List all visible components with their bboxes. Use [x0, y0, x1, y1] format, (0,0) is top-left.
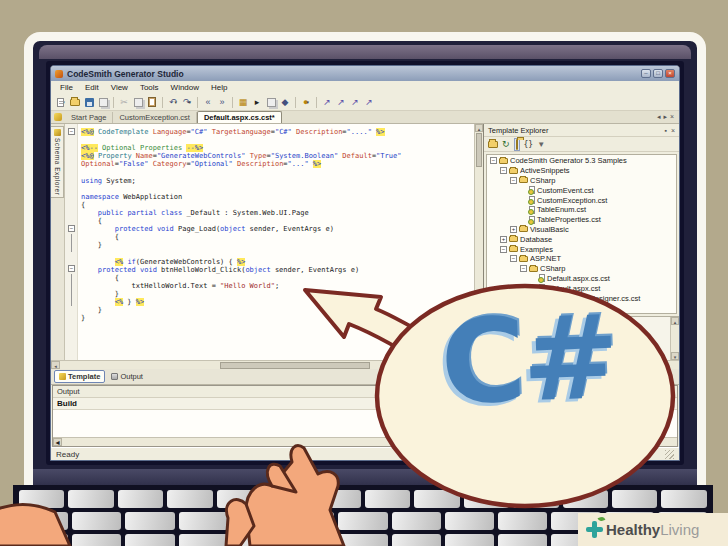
- open-folder-icon[interactable]: [488, 141, 498, 148]
- code-line: }: [81, 314, 472, 322]
- tree-item[interactable]: +Database: [487, 234, 676, 244]
- scroll-down-icon[interactable]: ▾: [671, 352, 679, 360]
- scroll-left-icon[interactable]: ◂: [53, 438, 62, 446]
- filter-icon[interactable]: ▼: [537, 140, 545, 149]
- schema-explorer-tab[interactable]: Schema Explorer: [51, 126, 64, 198]
- tree-item[interactable]: −CSharp: [487, 264, 676, 274]
- tree-item[interactable]: −CSharp: [487, 176, 676, 186]
- tab-template[interactable]: Template: [54, 370, 105, 383]
- tree-item[interactable]: −CodeSmith Generator 5.3 Samples: [487, 156, 676, 166]
- left-dock-strip: Schema Explorer: [51, 124, 65, 360]
- toolbar-separator: [162, 97, 163, 108]
- window-titlebar[interactable]: CodeSmith Generator Studio ‒□×: [51, 66, 679, 81]
- cut-icon[interactable]: ✂: [118, 96, 130, 108]
- tree-item[interactable]: CustomException.cst: [487, 195, 676, 205]
- menu-view[interactable]: View: [105, 83, 134, 92]
- open-file-glyph: [70, 99, 80, 106]
- view-code-icon[interactable]: ◆: [279, 96, 291, 108]
- outline-collapse-box[interactable]: −: [68, 225, 75, 232]
- sync-icon[interactable]: ↻: [502, 139, 510, 149]
- tab-output[interactable]: Output: [107, 371, 147, 382]
- minimize-button[interactable]: ‒: [641, 69, 651, 78]
- tree-item-label: VisualBasic: [530, 225, 569, 234]
- braces-icon[interactable]: {}: [524, 140, 534, 149]
- collapse-icon[interactable]: −: [510, 177, 517, 184]
- undo-icon[interactable]: ↶▾: [167, 96, 179, 108]
- comment-icon[interactable]: »: [216, 96, 228, 108]
- close-button[interactable]: ×: [665, 69, 675, 78]
- tab-close-icon[interactable]: ×: [670, 113, 674, 121]
- brand-light: Living: [660, 521, 699, 538]
- menu-file[interactable]: File: [54, 83, 79, 92]
- menu-edit[interactable]: Edit: [79, 83, 105, 92]
- subpanel-scrollbar[interactable]: ▴ ▾: [670, 317, 679, 360]
- tree-item[interactable]: +VisualBasic: [487, 225, 676, 235]
- output-scrollbar[interactable]: ◂: [53, 437, 677, 446]
- template-explorer-titlebar[interactable]: Template Explorer ▪ ×: [484, 124, 679, 137]
- tab-start-page[interactable]: Start Page: [65, 112, 113, 123]
- save-icon[interactable]: [83, 96, 95, 108]
- keyboard-key: [612, 490, 657, 508]
- uncomment-icon[interactable]: «: [202, 96, 214, 108]
- tree-item-label: CustomException.cst: [537, 196, 607, 205]
- collapse-icon[interactable]: −: [500, 167, 507, 174]
- snippet-2-icon[interactable]: ↗: [335, 96, 347, 108]
- run-icon[interactable]: ▸: [251, 96, 263, 108]
- keyboard-row: [19, 490, 707, 508]
- copy-icon[interactable]: [132, 96, 144, 108]
- scroll-left-icon[interactable]: ◂: [51, 361, 60, 369]
- tree-item[interactable]: −ASP.NET: [487, 254, 676, 264]
- collapse-icon[interactable]: −: [490, 157, 497, 164]
- outline-collapse-box[interactable]: −: [68, 128, 75, 135]
- scrollbar-thumb[interactable]: [220, 362, 370, 369]
- scroll-up-icon[interactable]: ▴: [671, 317, 679, 325]
- tree-item[interactable]: −Examples: [487, 244, 676, 254]
- tree-item[interactable]: TableEnum.cst: [487, 205, 676, 215]
- keyboard-key: [125, 534, 174, 546]
- pin-icon[interactable]: ▪: [664, 127, 666, 134]
- tab-customexception-cst[interactable]: CustomException.cst: [113, 112, 196, 123]
- tree-item[interactable]: Default.aspx.cs.cst: [487, 274, 676, 284]
- keyboard-key: [217, 490, 262, 508]
- file-icon: [529, 196, 535, 204]
- open-file-icon[interactable]: [69, 96, 81, 108]
- outline-collapse-box[interactable]: −: [68, 265, 75, 272]
- scroll-up-icon[interactable]: ▴: [475, 124, 483, 132]
- menu-help[interactable]: Help: [205, 83, 233, 92]
- resize-grip[interactable]: [665, 450, 674, 459]
- tab-navigation: ◂▸×: [654, 113, 677, 123]
- keyboard-key: [661, 490, 706, 508]
- collapse-icon[interactable]: −: [510, 255, 517, 262]
- toolbar-separator: [113, 97, 114, 108]
- snippet-3-icon[interactable]: ↗: [349, 96, 361, 108]
- expand-icon[interactable]: +: [510, 226, 517, 233]
- snippet-4-icon[interactable]: ↗: [363, 96, 375, 108]
- close-icon[interactable]: ×: [671, 127, 675, 134]
- folder-view-icon[interactable]: [514, 138, 520, 151]
- code-line: txtHelloWorld.Text = "Hello World";: [81, 282, 472, 290]
- tree-item[interactable]: TableProperties.cst: [487, 215, 676, 225]
- redo-icon[interactable]: ↷▾: [181, 96, 193, 108]
- collapse-icon[interactable]: −: [500, 246, 507, 253]
- copy-output-icon[interactable]: [265, 96, 277, 108]
- snippet-1-icon[interactable]: ↗: [321, 96, 333, 108]
- tree-item[interactable]: −ActiveSnippets: [487, 166, 676, 176]
- menu-window[interactable]: Window: [165, 83, 205, 92]
- menu-tools[interactable]: Tools: [134, 83, 165, 92]
- tab-scroll-left-icon[interactable]: ◂: [657, 113, 661, 121]
- scrollbar-thumb[interactable]: [476, 133, 482, 167]
- tree-item[interactable]: CustomEvent.cst: [487, 185, 676, 195]
- generate-icon[interactable]: ●▾: [300, 96, 312, 108]
- tree-item-label: TableProperties.cst: [537, 215, 601, 224]
- maximize-button[interactable]: □: [653, 69, 663, 78]
- new-file-icon[interactable]: ▾: [55, 96, 67, 108]
- paste-icon[interactable]: [146, 96, 158, 108]
- build-icon[interactable]: ▦: [237, 96, 249, 108]
- print-icon[interactable]: [97, 96, 109, 108]
- code-editor[interactable]: − − − <%@ CodeTemplate Language="C#" Tar…: [65, 124, 474, 360]
- tab-scroll-right-icon[interactable]: ▸: [663, 113, 667, 121]
- collapse-icon[interactable]: −: [520, 265, 527, 272]
- dropdown-caret-icon: ▾: [189, 99, 192, 105]
- expand-icon[interactable]: +: [500, 236, 507, 243]
- tab-default-aspx-cs-cst-[interactable]: Default.aspx.cs.cst*: [197, 111, 282, 123]
